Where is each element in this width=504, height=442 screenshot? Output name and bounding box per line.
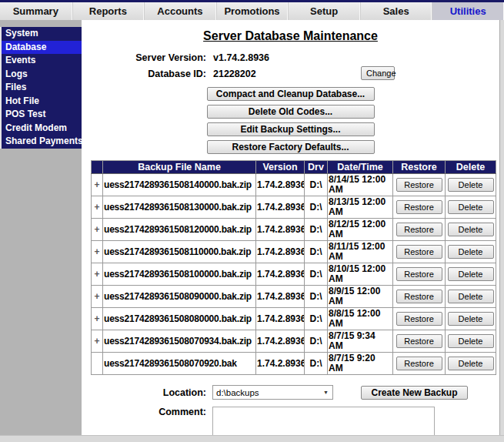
delete-button[interactable]: Delete xyxy=(448,178,494,192)
server-version-label: Server Version: xyxy=(82,52,206,63)
restore-button[interactable]: Restore xyxy=(396,178,442,192)
delete-old-codes-button[interactable]: Delete Old Codes... xyxy=(207,105,375,119)
backup-datetime: 8/14/15 12:00 AM xyxy=(328,174,393,196)
delete-button[interactable]: Delete xyxy=(448,200,494,214)
edit-backup-settings-button[interactable]: Edit Backup Settings... xyxy=(207,122,375,136)
delete-button-cell: Delete xyxy=(446,241,496,263)
nav-item-accounts[interactable]: Accounts xyxy=(144,2,216,20)
backup-file-name: uess2174289361508120000.bak.zip xyxy=(103,219,256,241)
restore-button[interactable]: Restore xyxy=(396,200,442,214)
restore-button[interactable]: Restore xyxy=(396,357,442,370)
backup-drive: D:\ xyxy=(305,219,328,241)
backup-drive: D:\ xyxy=(305,196,328,219)
backup-datetime: 8/7/15 9:20 AM xyxy=(328,353,393,375)
restore-button[interactable]: Restore xyxy=(396,245,442,259)
backups-table-header-row: Backup File NameVersionDrvDate/TimeResto… xyxy=(92,161,496,174)
nav-item-setup[interactable]: Setup xyxy=(288,2,360,20)
sidebar-item-files[interactable]: Files xyxy=(2,81,82,95)
backup-version: 1.74.2.8936 xyxy=(256,241,305,263)
nav-item-promotions[interactable]: Promotions xyxy=(216,2,289,20)
backup-row: +uess2174289361508140000.bak.zip1.74.2.8… xyxy=(92,174,496,196)
delete-button[interactable]: Delete xyxy=(448,223,494,236)
database-action-buttons: Compact and Cleanup Database...Delete Ol… xyxy=(82,87,499,154)
delete-button[interactable]: Delete xyxy=(448,357,494,370)
backup-file-name: uess2174289361508090000.bak.zip xyxy=(103,286,256,308)
expand-toggle[interactable]: + xyxy=(92,196,103,219)
nav-item-reports[interactable]: Reports xyxy=(72,2,145,20)
location-select-wrap: d:\backups ▼ xyxy=(212,385,333,400)
bottom-edge-strip xyxy=(0,435,504,442)
backup-datetime: 8/13/15 12:00 AM xyxy=(328,196,393,219)
compact-and-cleanup-database-button[interactable]: Compact and Cleanup Database... xyxy=(207,87,375,101)
delete-button[interactable]: Delete xyxy=(448,245,494,259)
restore-button-cell: Restore xyxy=(393,263,446,286)
delete-button[interactable]: Delete xyxy=(448,312,494,326)
restore-button[interactable]: Restore xyxy=(396,267,442,281)
restore-button[interactable]: Restore xyxy=(396,312,442,326)
sidebar-item-shared-payments[interactable]: Shared Payments xyxy=(2,135,82,149)
col-header-delete: Delete xyxy=(446,161,496,174)
backup-datetime: 8/11/15 12:00 AM xyxy=(328,241,393,263)
location-label: Location: xyxy=(82,387,206,398)
delete-button-cell: Delete xyxy=(446,308,496,330)
backup-file-name: uess2174289361508140000.bak.zip xyxy=(103,174,256,196)
sidebar-item-system[interactable]: System xyxy=(2,27,82,41)
backup-version: 1.74.2.8936 xyxy=(256,330,305,353)
restore-button-cell: Restore xyxy=(393,219,446,241)
backup-file-name: uess2174289361508100000.bak.zip xyxy=(103,263,256,286)
expand-toggle[interactable]: + xyxy=(92,263,103,286)
database-id-value: 21228202 xyxy=(213,69,256,79)
backup-version: 1.74.2.8936 xyxy=(256,196,305,219)
backup-version: 1.74.2.8936 xyxy=(256,286,305,308)
nav-item-sales[interactable]: Sales xyxy=(360,2,432,20)
restore-button-cell: Restore xyxy=(393,241,446,263)
restore-button-cell: Restore xyxy=(393,196,446,219)
backup-datetime: 8/12/15 12:00 AM xyxy=(328,219,393,241)
nav-item-utilities[interactable]: Utilities xyxy=(432,2,504,20)
backup-datetime: 8/9/15 12:00 AM xyxy=(328,286,393,308)
col-header-drv: Drv xyxy=(305,161,328,174)
location-select[interactable]: d:\backups xyxy=(212,385,333,400)
sidebar-item-pos-test[interactable]: POS Test xyxy=(2,108,82,122)
backup-version: 1.74.2.8936 xyxy=(256,308,305,330)
expand-toggle[interactable]: + xyxy=(92,286,103,308)
restore-button[interactable]: Restore xyxy=(396,290,442,303)
backup-file-name: uess2174289361508070920.bak xyxy=(103,353,256,375)
expand-toggle[interactable]: + xyxy=(92,174,103,196)
delete-button[interactable]: Delete xyxy=(448,267,494,281)
sidebar-item-database[interactable]: Database xyxy=(2,41,82,55)
sidebar-item-hot-file[interactable]: Hot File xyxy=(2,95,82,109)
expand-toggle[interactable]: + xyxy=(92,241,103,263)
backup-drive: D:\ xyxy=(305,286,328,308)
backup-file-name: uess2174289361508070934.bak.zip xyxy=(103,330,256,353)
right-edge-strip xyxy=(499,20,504,435)
sidebar-item-events[interactable]: Events xyxy=(2,54,82,68)
backup-row: +uess2174289361508090000.bak.zip1.74.2.8… xyxy=(92,286,496,308)
backups-table: Backup File NameVersionDrvDate/TimeResto… xyxy=(91,160,496,375)
backup-datetime: 8/10/15 12:00 AM xyxy=(328,263,393,286)
create-new-backup-button[interactable]: Create New Backup xyxy=(361,386,468,400)
backup-version: 1.74.2.8936 xyxy=(256,219,305,241)
server-version-row: Server Version: v1.74.2.8936 xyxy=(82,52,499,63)
expand-toggle[interactable]: + xyxy=(92,330,103,353)
restore-button[interactable]: Restore xyxy=(396,334,442,348)
sidebar-item-credit-modem[interactable]: Credit Modem xyxy=(2,122,82,136)
restore-button-cell: Restore xyxy=(393,330,446,353)
expand-toggle[interactable]: + xyxy=(92,308,103,330)
backup-file-name: uess2174289361508130000.bak.zip xyxy=(103,196,256,219)
restore-button-cell: Restore xyxy=(393,174,446,196)
delete-button[interactable]: Delete xyxy=(448,334,494,348)
delete-button-cell: Delete xyxy=(446,174,496,196)
expand-toggle[interactable]: + xyxy=(92,219,103,241)
delete-button[interactable]: Delete xyxy=(448,290,494,303)
backup-drive: D:\ xyxy=(305,308,328,330)
nav-item-summary[interactable]: Summary xyxy=(0,2,72,20)
restore-factory-defaults-button[interactable]: Restore Factory Defaults... xyxy=(207,140,375,154)
expand-toggle-empty xyxy=(92,353,103,375)
sidebar-item-logs[interactable]: Logs xyxy=(2,68,82,82)
restore-button[interactable]: Restore xyxy=(396,223,442,236)
backup-datetime: 8/7/15 9:34 AM xyxy=(328,330,393,353)
backup-file-name: uess2174289361508080000.bak.zip xyxy=(103,308,256,330)
change-button[interactable]: Change xyxy=(361,66,395,80)
delete-button-cell: Delete xyxy=(446,353,496,375)
